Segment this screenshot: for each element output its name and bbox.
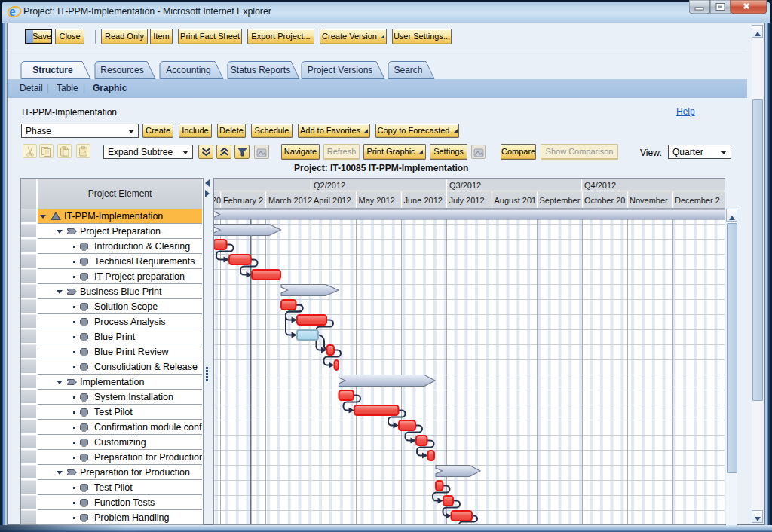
svg-text:Resources: Resources (100, 65, 143, 75)
svg-text:December 2: December 2 (675, 196, 720, 205)
svg-text:August 201: August 201 (495, 196, 537, 205)
svg-text:February 2: February 2 (223, 196, 263, 205)
svg-text:20: 20 (213, 196, 221, 205)
svg-text:April 2012: April 2012 (314, 196, 351, 205)
svg-text:Q4/2012: Q4/2012 (584, 181, 616, 190)
svg-text:Q2/2012: Q2/2012 (314, 181, 345, 190)
svg-text:March 2012: March 2012 (268, 196, 312, 205)
svg-text:Search: Search (394, 65, 422, 75)
svg-text:June 2012: June 2012 (404, 196, 443, 205)
svg-text:July 2012: July 2012 (449, 196, 485, 205)
svg-text:November: November (630, 196, 668, 205)
svg-text:Accounting: Accounting (166, 65, 210, 75)
svg-text:Status Reports: Status Reports (231, 65, 290, 75)
svg-text:Q3/2012: Q3/2012 (449, 181, 481, 190)
svg-text:May 2012: May 2012 (359, 196, 395, 205)
svg-text:October 20: October 20 (584, 196, 625, 205)
svg-text:September: September (540, 196, 581, 205)
svg-text:Structure: Structure (32, 65, 73, 75)
svg-text:Project Versions: Project Versions (308, 65, 373, 75)
